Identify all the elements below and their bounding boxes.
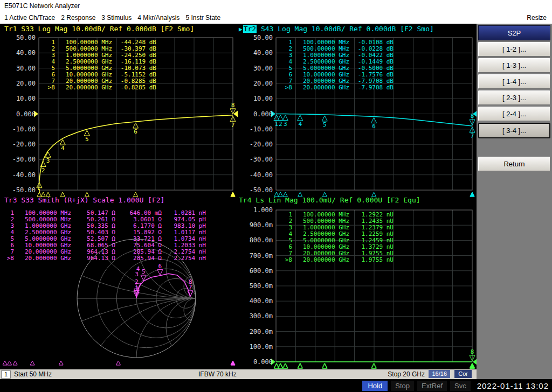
marker-label: 3 [284,121,287,128]
trigger-state-badge[interactable]: Hold [362,381,388,391]
window-title: E5071C Network Analyzer [4,2,80,10]
trace3-name: Tr3 [4,196,17,204]
marker-label: 4 [61,145,65,152]
trace2-title[interactable]: ▶Tr2 S43 Log Mag 10.00dB/ Ref 0.000dB [F… [239,25,434,33]
softkey-1-4[interactable]: [ 1-4 ]... [478,74,550,89]
marker-label: 2 [135,278,139,285]
y-tick-label: -30.00 [8,156,36,163]
trace1-title[interactable]: Tr1 S33 Log Mag 10.00dB/ Ref 0.000dB [F2… [4,25,194,33]
menu-item[interactable]: 4 Mkr/Analysis [137,14,180,22]
trace3-title[interactable]: Tr3 S33 Smith (R+jX) Scale 1.000U [F2] [4,196,164,204]
softkey-1-2[interactable]: [ 1-2 ]... [478,42,550,57]
menu-bar: 1 Active Ch/Trace2 Response3 Stimulus4 M… [0,12,552,24]
trace4-format: Ls Lin Mag 100.0mU/ Ref 0.000U [F2 Equ] [251,196,420,204]
svc-indicator: Svc [450,381,471,391]
marker-row: >820.000000 GHz1.9755 nU [284,257,394,263]
marker-stimulus-indicator [470,192,474,197]
softkey-list: [ 1-2 ]...[ 1-3 ]...[ 1-4 ]...[ 2-3 ]...… [477,42,552,138]
marker-symbol[interactable] [298,115,303,121]
y-tick-label: 200.0m [244,328,273,335]
y-tick-label: -10.00 [244,125,273,133]
softkey-2-3[interactable]: [ 2-3 ]... [478,90,550,105]
marker-stimulus-indicator [231,361,235,365]
resize-button[interactable]: Resize [527,12,547,24]
trace1-marker-table: 1100.00000 MHz-44.248 dB2500.00000 MHz-3… [46,39,156,91]
y-tick-label: -40.00 [8,171,36,179]
trace4-title[interactable]: Tr4 Ls Lin Mag 100.0mU/ Ref 0.000U [F2 E… [239,196,420,204]
y-tick-label: 40.00 [8,49,36,57]
marker-label: 5 [142,268,146,275]
instrument-status-bar: Hold Stop ExtRef Svc 2022-01-11 13:02 [0,379,552,392]
marker-label: 2 [279,121,282,128]
stop-indicator: Stop [391,381,414,391]
y-tick-label: -20.00 [8,141,36,148]
y-tick-label: 50.00 [244,34,273,41]
trace2-format: S43 Log Mag 10.00dB/ Ref 0.000dB [F2 Smo… [257,25,434,33]
marker-label: 6 [134,128,137,135]
menu-item[interactable]: 1 Active Ch/Trace [4,14,55,22]
clock: 2022-01-11 13:02 [477,381,549,390]
trace-line [136,274,190,298]
ifbw-label: IFBW 70 kHz [198,370,237,378]
y-tick-label: 0.000 [244,358,273,366]
marker-symbol[interactable] [84,130,89,136]
softkey-2-4[interactable]: [ 2-4 ]... [478,107,550,121]
marker-stimulus-indicator [116,361,120,365]
y-tick-label: 30.00 [8,65,36,72]
y-tick-label: -30.00 [244,156,273,163]
menu-item[interactable]: 3 Stimulus [101,14,132,22]
marker-label: 8 [189,278,192,285]
y-tick-label: -20.00 [244,141,273,148]
softkey-1-3[interactable]: [ 1-3 ]... [478,58,550,73]
marker-label: 6 [372,123,376,130]
marker-label: 5 [85,136,89,143]
softkey-return-button[interactable]: Return [478,157,550,171]
menu-item[interactable]: 2 Response [61,14,95,22]
marker-row: >820.000000 GHz-7.9708 dB [284,85,394,91]
marker-symbol[interactable] [157,270,163,275]
points-badge: 16/16 [429,370,450,378]
y-tick-label: 20.00 [244,80,273,87]
window-titlebar: E5071C Network Analyzer [0,0,552,12]
marker-stimulus-indicator [13,361,17,365]
y-tick-label: 400.0m [244,297,273,305]
softkey-menu: S2P [ 1-2 ]...[ 1-3 ]...[ 1-4 ]...[ 2-3 … [477,24,552,379]
y-tick-label: 100.0m [244,343,273,351]
marker-stimulus-indicator [8,361,12,365]
menu-item[interactable]: 5 Instr State [185,14,220,22]
marker-label: 4 [298,121,302,128]
trace4-name: Tr4 [239,196,251,204]
trace1-name: Tr1 [4,25,17,33]
correction-badge: Cor [454,370,472,378]
active-trace-indicator: ▶ [239,26,243,33]
marker-label: 7 [231,122,235,129]
sweep-start-label: Start 50 MHz [14,370,52,378]
y-tick-label: 20.00 [8,80,36,87]
y-tick-label: -10.00 [8,125,36,133]
trace4-marker-table: 1100.00000 MHz1.2922 nU2500.00000 MHz1.2… [284,212,394,263]
marker-row: >820.000000 GHz-0.8285 dB [46,85,156,91]
marker-symbol[interactable] [282,115,288,121]
trace2-y-axis: 50.0040.0030.0020.0010.000.000-10.00-20.… [244,38,273,190]
y-tick-label: 10.00 [8,95,36,102]
trace3-marker-table: 1100.00000 MHz50.147 Ω646.00 mΩ1.0281 nH… [5,210,206,262]
trace3-marker-indicator-row [4,360,233,367]
trace1-y-axis: 50.0040.0030.0020.0010.000.000-10.00-20.… [8,38,36,190]
extref-indicator: ExtRef [417,381,447,391]
y-tick-label: -50.00 [8,186,36,194]
trace2-name: Tr2 [243,25,257,33]
marker-label: 2 [42,167,45,174]
marker-symbol[interactable] [322,116,327,121]
y-tick-label: 600.0m [244,267,273,275]
marker-label: 8 [471,348,474,355]
status-bar: 1 Start 50 MHz IFBW 70 kHz Stop 20 GHz 1… [0,369,477,379]
y-tick-label: 800.0m [244,236,273,244]
y-tick-label: -50.00 [244,186,273,194]
marker-stimulus-indicator [3,361,7,365]
marker-stimulus-indicator [59,361,63,365]
marker-label: 8 [231,102,235,109]
trace2-marker-table: 1100.00000 MHz-0.0108 dB2500.00000 MHz-0… [284,39,394,91]
softkey-3-4[interactable]: [ 3-4 ]... [478,123,550,138]
marker-stimulus-indicator [231,192,235,197]
marker-label: 5 [323,121,327,128]
